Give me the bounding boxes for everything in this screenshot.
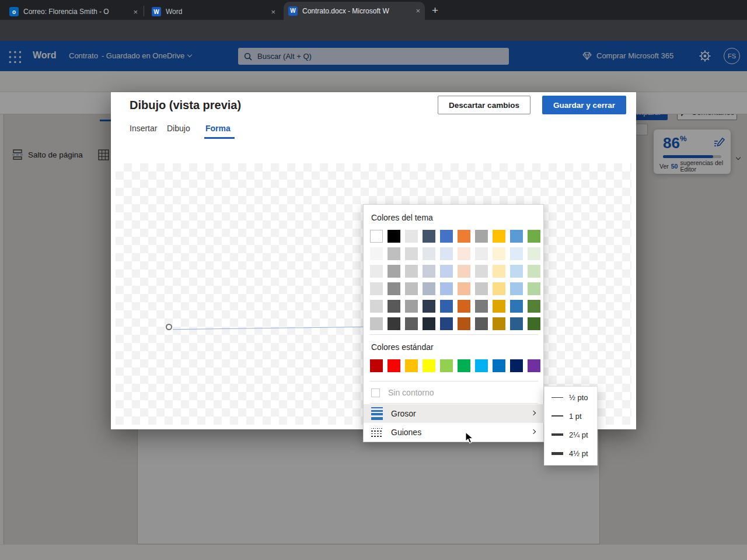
browser-tab-strip: o Correo: Florencia Smith - O × W Word ×…: [0, 0, 747, 20]
theme-color-swatch[interactable]: [388, 247, 400, 260]
theme-color-swatch[interactable]: [510, 265, 523, 278]
weight-option[interactable]: 4½ pt: [544, 444, 598, 463]
theme-color-swatch[interactable]: [388, 230, 400, 243]
line-shape[interactable]: [173, 327, 369, 330]
theme-color-swatch[interactable]: [423, 247, 435, 260]
theme-color-swatch[interactable]: [370, 265, 383, 278]
theme-color-swatch[interactable]: [405, 282, 418, 295]
theme-color-swatch[interactable]: [528, 247, 540, 260]
theme-color-swatch[interactable]: [475, 247, 488, 260]
weight-option[interactable]: 2¼ pt: [544, 425, 598, 444]
no-outline-item[interactable]: Sin contorno: [364, 383, 544, 402]
theme-color-swatch[interactable]: [405, 317, 418, 330]
line-endpoint-handle[interactable]: [166, 324, 172, 330]
browser-tab-word[interactable]: W Word ×: [147, 4, 280, 20]
dashes-menu-item[interactable]: Guiones: [364, 423, 544, 442]
theme-color-swatch[interactable]: [493, 282, 505, 295]
theme-color-swatch[interactable]: [528, 317, 540, 330]
theme-color-swatch[interactable]: [458, 247, 470, 260]
theme-color-swatch[interactable]: [475, 282, 488, 295]
theme-color-swatch[interactable]: [510, 317, 523, 330]
standard-color-swatch[interactable]: [405, 359, 418, 372]
theme-color-swatch[interactable]: [405, 300, 418, 313]
theme-color-swatch[interactable]: [405, 247, 418, 260]
theme-color-swatch[interactable]: [388, 317, 400, 330]
theme-color-swatch[interactable]: [510, 247, 523, 260]
theme-color-swatch[interactable]: [475, 230, 488, 243]
dialog-tab-forma[interactable]: Forma: [205, 124, 231, 133]
theme-color-swatch[interactable]: [493, 247, 505, 260]
theme-color-swatch[interactable]: [458, 230, 470, 243]
theme-color-swatch[interactable]: [423, 300, 435, 313]
theme-color-swatch[interactable]: [528, 265, 540, 278]
browser-tab-outlook[interactable]: o Correo: Florencia Smith - O ×: [5, 4, 142, 20]
theme-color-swatch[interactable]: [510, 230, 523, 243]
standard-color-swatch[interactable]: [423, 359, 435, 372]
standard-colors-title: Colores estándar: [371, 342, 434, 352]
standard-color-swatch[interactable]: [475, 359, 488, 372]
theme-color-swatch[interactable]: [493, 300, 505, 313]
theme-color-swatch[interactable]: [388, 300, 400, 313]
weight-option[interactable]: 1 pt: [544, 407, 598, 425]
theme-color-swatch[interactable]: [440, 230, 453, 243]
theme-color-swatch[interactable]: [440, 247, 453, 260]
line-sample-icon: [551, 433, 563, 436]
theme-color-swatch[interactable]: [423, 230, 435, 243]
dialog-tab-insertar[interactable]: Insertar: [130, 124, 157, 133]
weight-option[interactable]: ½ pto: [544, 388, 598, 407]
theme-color-swatch[interactable]: [423, 265, 435, 278]
theme-color-swatch[interactable]: [475, 265, 488, 278]
new-tab-button[interactable]: +: [432, 4, 438, 17]
standard-color-swatch[interactable]: [493, 359, 505, 372]
theme-color-swatch[interactable]: [510, 300, 523, 313]
theme-color-swatch[interactable]: [510, 282, 523, 295]
line-weight-icon: [371, 407, 383, 420]
theme-color-swatch[interactable]: [528, 230, 540, 243]
theme-color-swatch[interactable]: [493, 265, 505, 278]
standard-color-swatch[interactable]: [510, 359, 523, 372]
theme-color-swatch[interactable]: [370, 300, 383, 313]
tab-title: Correo: Florencia Smith - O: [23, 8, 109, 16]
standard-color-swatch[interactable]: [440, 359, 453, 372]
tab-close-icon[interactable]: ×: [411, 6, 420, 15]
weight-option-label: 1 pt: [569, 412, 582, 421]
theme-color-swatch[interactable]: [528, 300, 540, 313]
theme-color-swatch[interactable]: [475, 300, 488, 313]
standard-color-swatch[interactable]: [370, 359, 383, 372]
theme-color-swatch[interactable]: [405, 230, 418, 243]
theme-color-swatch[interactable]: [440, 317, 453, 330]
theme-color-swatch[interactable]: [423, 317, 435, 330]
weight-menu-item[interactable]: Grosor: [364, 404, 544, 423]
save-and-close-button[interactable]: Guardar y cerrar: [542, 96, 626, 114]
theme-color-swatch[interactable]: [388, 265, 400, 278]
line-weight-submenu: ½ pto1 pt2¼ pt4½ pt: [544, 386, 598, 466]
standard-color-swatch[interactable]: [528, 359, 540, 372]
word-icon: W: [288, 6, 298, 16]
theme-color-swatch[interactable]: [440, 265, 453, 278]
theme-color-swatch[interactable]: [440, 300, 453, 313]
discard-changes-button[interactable]: Descartar cambios: [438, 96, 530, 114]
theme-color-swatch[interactable]: [370, 230, 383, 243]
tab-divider: [144, 6, 144, 16]
theme-color-swatch[interactable]: [370, 317, 383, 330]
theme-color-swatch[interactable]: [475, 317, 488, 330]
theme-color-swatch[interactable]: [370, 282, 383, 295]
theme-color-swatch[interactable]: [493, 317, 505, 330]
theme-color-swatch[interactable]: [370, 247, 383, 260]
dialog-tab-dibujo[interactable]: Dibujo: [167, 124, 190, 133]
theme-color-swatch[interactable]: [493, 230, 505, 243]
tab-close-icon[interactable]: ×: [266, 8, 275, 16]
theme-color-swatch[interactable]: [528, 282, 540, 295]
theme-color-swatch[interactable]: [458, 317, 470, 330]
theme-color-swatch[interactable]: [423, 282, 435, 295]
theme-color-swatch[interactable]: [458, 265, 470, 278]
theme-color-swatch[interactable]: [458, 300, 470, 313]
tab-close-icon[interactable]: ×: [128, 8, 138, 16]
theme-color-swatch[interactable]: [458, 282, 470, 295]
standard-color-swatch[interactable]: [458, 359, 470, 372]
theme-color-swatch[interactable]: [440, 282, 453, 295]
theme-color-swatch[interactable]: [405, 265, 418, 278]
standard-color-swatch[interactable]: [388, 359, 400, 372]
browser-tab-contrato[interactable]: W Contrato.docx - Microsoft W ×: [284, 2, 425, 20]
theme-color-swatch[interactable]: [388, 282, 400, 295]
